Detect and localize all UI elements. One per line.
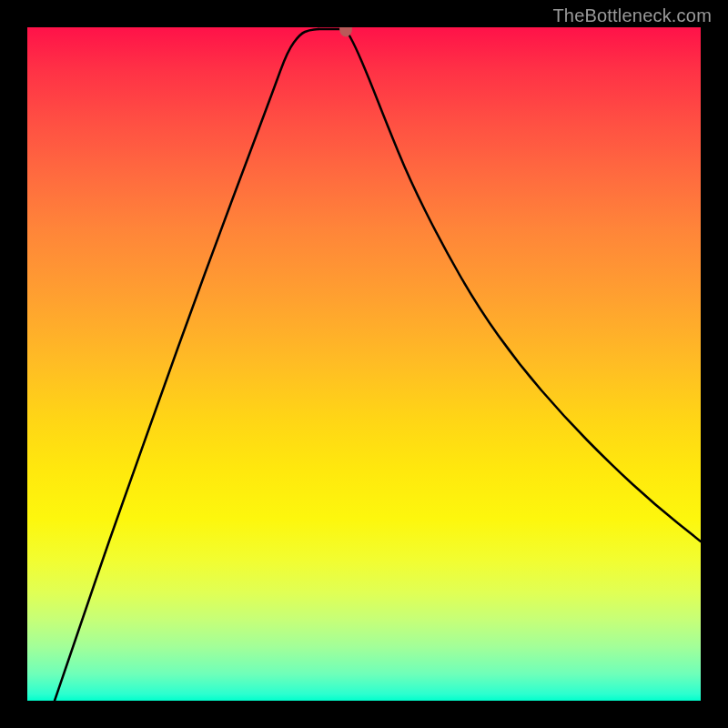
plot-area: [27, 27, 701, 701]
bottleneck-curve: [27, 27, 701, 701]
chart-frame: TheBottleneck.com: [0, 0, 728, 728]
watermark-text: TheBottleneck.com: [552, 5, 712, 26]
